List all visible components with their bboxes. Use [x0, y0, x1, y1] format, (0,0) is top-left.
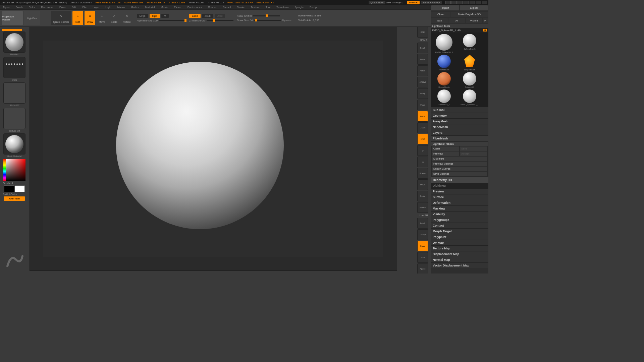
clone-button[interactable]: Clone [431, 12, 450, 17]
section-arraymesh[interactable]: ArrayMesh [431, 118, 488, 124]
section-visibility[interactable]: Visibility [431, 211, 488, 217]
menu-zplugin[interactable]: Zplugin [294, 6, 303, 9]
menu-marker[interactable]: Marker [131, 6, 139, 9]
gradient-label[interactable]: Gradient [3, 182, 26, 185]
polyf-button[interactable]: PolyF [417, 218, 428, 229]
tool-r-button[interactable]: R [483, 29, 487, 32]
see-through[interactable]: See-through 0 [386, 1, 403, 4]
scroll-button[interactable]: Scroll [417, 43, 428, 53]
menus-button[interactable]: Menus [407, 1, 420, 4]
alternate-button[interactable]: Alternate [4, 196, 25, 201]
section-vector-disp-map[interactable]: Vector Displacement Map [431, 262, 488, 268]
section-contact[interactable]: Contact [431, 223, 488, 228]
default-zscript[interactable]: DefaultZScript [421, 1, 442, 4]
menu-light[interactable]: Light [105, 6, 111, 9]
edit-button[interactable]: ✦ Edit [72, 11, 83, 25]
section-displacement-map[interactable]: Displacement Map [431, 251, 488, 257]
tool-thumb[interactable]: Sphere3D_1 [432, 89, 456, 106]
menu-texture[interactable]: Texture [251, 6, 259, 9]
tool-thumb[interactable]: PM3D_Sphere3D_1 [432, 34, 456, 53]
close-icon[interactable] [482, 1, 487, 4]
section-dividehd[interactable]: DivideHD [431, 183, 488, 188]
goz-r-button[interactable]: R [483, 18, 488, 23]
window-icon-3[interactable] [458, 1, 463, 4]
window-icon-2[interactable] [451, 1, 457, 4]
lsym-button[interactable]: L.Sym [417, 122, 428, 133]
menu-draw[interactable]: Draw [59, 6, 66, 9]
fiber-open-button[interactable]: Open [432, 146, 459, 151]
menu-color[interactable]: Color [29, 6, 35, 9]
lightbox-button[interactable]: LightBox [24, 11, 40, 25]
menu-stencil[interactable]: Stencil [223, 6, 231, 9]
alpha-picker[interactable] [3, 82, 25, 104]
fiber-bpr-settings[interactable]: BPR Settings [432, 172, 487, 176]
section-polygroups[interactable]: Polygroups [431, 217, 488, 223]
texture-picker[interactable] [3, 108, 25, 129]
quick-sketch-button[interactable]: ✎ Quick Sketch [51, 11, 71, 25]
rotate-y-button[interactable]: ⟳ [417, 145, 428, 156]
rgb-intensity-slider[interactable] [159, 20, 186, 21]
mrgb-button[interactable]: Mrgb [137, 14, 148, 18]
tool-thumb[interactable]: SphereBrush [458, 34, 482, 53]
section-morph-target[interactable]: Morph Target [431, 228, 488, 234]
draw-button[interactable]: ✥ Draw [85, 11, 95, 25]
menu-macro[interactable]: Macro [117, 6, 125, 9]
active-tool-name[interactable]: PM3D_Sphere3D_1. 49 R [431, 28, 488, 33]
xyz-button[interactable]: XYZ [417, 134, 428, 144]
maximize-icon[interactable] [476, 1, 481, 4]
section-layers[interactable]: Layers [431, 130, 488, 135]
menu-transform[interactable]: Transform [276, 6, 288, 9]
tool-thumb[interactable]: EraserBrush [432, 72, 456, 88]
minimize-icon[interactable] [470, 1, 475, 4]
menu-edit[interactable]: Edit [72, 6, 76, 9]
brush-picker[interactable] [3, 32, 25, 53]
z-intensity-slider[interactable] [207, 20, 233, 21]
section-deformation[interactable]: Deformation [431, 200, 488, 205]
menu-preferences[interactable]: Preferences [187, 6, 202, 9]
projection-master-button[interactable]: Projection Master [2, 11, 23, 25]
local-button[interactable]: Local [417, 111, 428, 122]
ghost-button[interactable]: Ghost [417, 241, 428, 251]
section-surface[interactable]: Surface [431, 194, 488, 200]
rotate-z-button[interactable]: ⟲ [417, 157, 428, 167]
tool-thumb[interactable]: SimpleBrush [458, 55, 482, 71]
primary-color-swatch[interactable] [15, 185, 25, 192]
section-uv-map[interactable]: UV Map [431, 240, 488, 245]
section-geometry-hd[interactable]: Geometry HD [431, 177, 488, 183]
section-texture-map[interactable]: Texture Map [431, 245, 488, 251]
menu-layer[interactable]: Layer [93, 6, 99, 9]
export-button[interactable]: Export [460, 5, 488, 10]
make-polymesh-button[interactable]: Make PolyMesh3D [451, 12, 488, 17]
fiber-save-button[interactable]: Save [460, 146, 487, 151]
tool-thumb[interactable]: Sphere3D [458, 72, 482, 88]
fiber-preview-settings[interactable]: Preview Settings [432, 162, 487, 166]
import-button[interactable]: Import [431, 5, 459, 10]
rotate-nav-button[interactable]: Rotate [417, 202, 428, 213]
fiber-preview-button[interactable]: Preview [432, 152, 459, 156]
section-nanomesh[interactable]: NanoMesh [431, 124, 488, 130]
menu-document[interactable]: Document [41, 6, 53, 9]
scale-nav-button[interactable]: Scale [417, 191, 428, 201]
goz-button[interactable]: GoZ [431, 18, 448, 23]
frame-button[interactable]: Frame [417, 168, 428, 179]
aahalf-button[interactable]: AAHalf [417, 77, 428, 87]
section-polypaint[interactable]: Polypaint [431, 234, 488, 240]
section-geometry[interactable]: Geometry [431, 113, 488, 118]
goz-visible-button[interactable]: Visible [466, 18, 482, 23]
persp-button[interactable]: Persp [417, 88, 428, 99]
color-picker[interactable] [3, 159, 25, 181]
draw-size-slider[interactable] [254, 20, 281, 21]
menu-file[interactable]: File [82, 6, 87, 9]
lightbox-tools-header[interactable]: Lightbox› Tools [431, 24, 488, 28]
canvas[interactable] [30, 27, 397, 271]
menu-stroke[interactable]: Stroke [237, 6, 245, 9]
zoom-button[interactable]: Zoom [417, 54, 428, 65]
transp-button[interactable]: Transp [417, 229, 428, 240]
menu-brush[interactable]: Brush [15, 6, 22, 9]
material-picker[interactable] [3, 133, 25, 155]
floor-button[interactable]: Floor [417, 100, 428, 110]
fiber-export-curves[interactable]: Export Curves [432, 167, 487, 171]
section-subtool[interactable]: SubTool [431, 107, 488, 113]
rgb-button[interactable]: Rgb [150, 14, 160, 18]
section-fibermesh[interactable]: FiberMesh [431, 135, 488, 141]
